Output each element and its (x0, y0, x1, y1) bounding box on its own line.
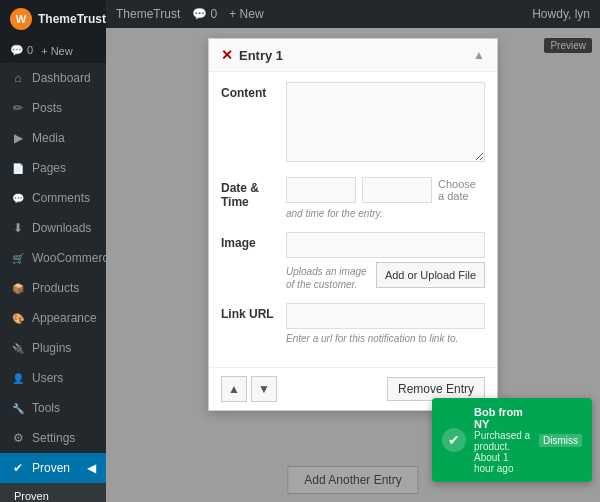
page-background: Preview ✕ Entry 1 ▲ Content (106, 28, 600, 502)
sidebar-item-downloads[interactable]: Downloads (0, 213, 106, 243)
admin-bar-left: ThemeTrust 💬 0 + New (116, 7, 264, 21)
sidebar-label-products: Products (32, 281, 79, 295)
image-url-input[interactable] (286, 232, 485, 258)
image-hint: Uploads an image of the customer. (286, 265, 368, 291)
proven-active-indicator: ◀ (87, 461, 96, 475)
content-control (286, 82, 485, 165)
comment-count-badge: 💬 0 (10, 44, 33, 57)
submenu-label-proven: Proven (14, 490, 49, 502)
content-label: Content (221, 82, 286, 165)
modal-body: Content Date & Time Choose a date (209, 72, 497, 367)
sidebar-item-media[interactable]: Media (0, 123, 106, 153)
plugins-icon (10, 340, 26, 356)
linkurl-hint: Enter a url for this notification to lin… (286, 332, 485, 345)
tools-icon (10, 400, 26, 416)
site-name: ThemeTrust (38, 12, 106, 26)
modal-header: ✕ Entry 1 ▲ (209, 39, 497, 72)
modal-close-button[interactable]: ✕ (221, 47, 233, 63)
image-row: Image Uploads an image of the customer. … (221, 232, 485, 291)
sidebar-label-proven: Proven (32, 461, 70, 475)
main-content: ThemeTrust 💬 0 + New Howdy, lyn Preview … (106, 0, 600, 502)
sidebar-label-plugins: Plugins (32, 341, 71, 355)
move-up-button[interactable]: ▲ (221, 376, 247, 402)
move-down-button[interactable]: ▼ (251, 376, 277, 402)
linkurl-row: Link URL Enter a url for this notificati… (221, 303, 485, 345)
datetime-control: Choose a date and time for the entry. (286, 177, 485, 220)
sidebar-item-products[interactable]: Products (0, 273, 106, 303)
users-icon (10, 370, 26, 386)
time-input[interactable] (362, 177, 432, 203)
howdy-text: Howdy, lyn (532, 7, 590, 21)
image-control: Uploads an image of the customer. Add or… (286, 232, 485, 291)
content-row: Content (221, 82, 485, 165)
media-icon (10, 130, 26, 146)
sidebar-item-dashboard[interactable]: Dashboard (0, 63, 106, 93)
datetime-label: Date & Time (221, 177, 286, 220)
sidebar-label-media: Media (32, 131, 65, 145)
sidebar-logo: W ThemeTrust (0, 0, 106, 38)
submenu-item-proven[interactable]: Proven (0, 483, 106, 502)
toast-content: Bob from NY Purchased a product. About 1… (474, 406, 531, 474)
sidebar-label-tools: Tools (32, 401, 60, 415)
link-url-input[interactable] (286, 303, 485, 329)
content-textarea[interactable] (286, 82, 485, 162)
image-label: Image (221, 232, 286, 291)
sidebar: W ThemeTrust 💬 0 + New Dashboard Posts M… (0, 0, 106, 502)
toast-dismiss-button[interactable]: Dismiss (539, 434, 582, 447)
products-icon (10, 280, 26, 296)
datetime-hint: and time for the entry. (286, 207, 485, 220)
admin-bar-comments: 💬 0 (192, 7, 217, 21)
sidebar-item-woocommerce[interactable]: WooCommerce (0, 243, 106, 273)
proven-icon (10, 460, 26, 476)
admin-bar-site: ThemeTrust (116, 7, 180, 21)
sidebar-label-downloads: Downloads (32, 221, 91, 235)
sidebar-label-appearance: Appearance (32, 311, 97, 325)
sidebar-item-tools[interactable]: Tools (0, 393, 106, 423)
downloads-icon (10, 220, 26, 236)
modal-title: ✕ Entry 1 (221, 47, 283, 63)
sidebar-label-posts: Posts (32, 101, 62, 115)
woocommerce-icon (10, 250, 26, 266)
sidebar-item-proven[interactable]: Proven ◀ (0, 453, 106, 483)
image-inputs (286, 232, 485, 258)
pages-icon (10, 160, 26, 176)
choose-date-label: Choose a date (438, 178, 485, 202)
datetime-inputs: Choose a date (286, 177, 485, 203)
sidebar-label-dashboard: Dashboard (32, 71, 91, 85)
sidebar-item-users[interactable]: Users (0, 363, 106, 393)
sidebar-label-users: Users (32, 371, 63, 385)
dash-icon (10, 70, 26, 86)
toast-title: Bob from NY (474, 406, 531, 430)
new-link[interactable]: + New (41, 45, 73, 57)
sidebar-label-comments: Comments (32, 191, 90, 205)
entry-modal: ✕ Entry 1 ▲ Content (208, 38, 498, 411)
sidebar-item-pages[interactable]: Pages (0, 153, 106, 183)
modal-collapse-button[interactable]: ▲ (473, 48, 485, 62)
comments-icon (10, 190, 26, 206)
sidebar-item-plugins[interactable]: Plugins (0, 333, 106, 363)
linkurl-control: Enter a url for this notification to lin… (286, 303, 485, 345)
posts-icon (10, 100, 26, 116)
sidebar-label-settings: Settings (32, 431, 75, 445)
appearance-icon (10, 310, 26, 326)
sidebar-item-comments[interactable]: Comments (0, 183, 106, 213)
sidebar-label-woocommerce: WooCommerce (32, 251, 106, 265)
date-input[interactable] (286, 177, 356, 203)
admin-bar: ThemeTrust 💬 0 + New Howdy, lyn (106, 0, 600, 28)
sidebar-item-posts[interactable]: Posts (0, 93, 106, 123)
settings-icon (10, 430, 26, 446)
upload-file-button[interactable]: Add or Upload File (376, 262, 485, 288)
wp-logo-icon: W (10, 8, 32, 30)
sidebar-item-appearance[interactable]: Appearance (0, 303, 106, 333)
sidebar-label-pages: Pages (32, 161, 66, 175)
proven-submenu: Proven Add New Settings (0, 483, 106, 502)
toast-notification: ✔ Bob from NY Purchased a product. About… (432, 398, 592, 482)
image-footer: Uploads an image of the customer. Add or… (286, 262, 485, 291)
admin-top-bar: 💬 0 + New (0, 38, 106, 63)
toast-time: About 1 hour ago (474, 452, 531, 474)
linkurl-label: Link URL (221, 303, 286, 345)
sidebar-item-settings[interactable]: Settings (0, 423, 106, 453)
toast-subtitle: Purchased a product. (474, 430, 531, 452)
admin-bar-right: Howdy, lyn (532, 7, 590, 21)
admin-bar-new[interactable]: + New (229, 7, 263, 21)
